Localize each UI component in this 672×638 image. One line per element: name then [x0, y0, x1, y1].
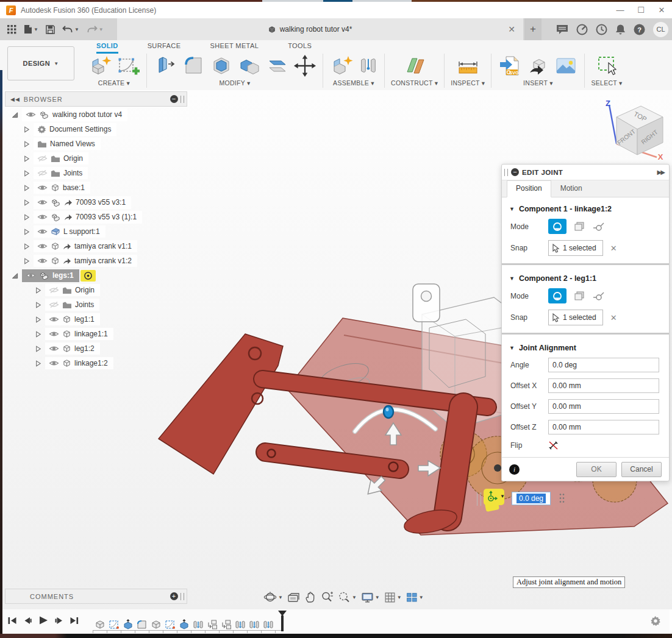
expander-closed-icon[interactable]	[23, 170, 30, 177]
tree-row[interactable]: walking robot tutor v4	[5, 107, 188, 122]
select-box-icon[interactable]	[595, 54, 619, 77]
tab-surface[interactable]: SURFACE	[148, 40, 181, 54]
expander-closed-icon[interactable]	[23, 155, 30, 162]
fillet-icon[interactable]	[181, 54, 206, 77]
tab-tools[interactable]: TOOLS	[288, 40, 312, 54]
tree-item[interactable]: tamiya crank v1:1	[34, 240, 137, 252]
tree-item[interactable]: 70093 v55 v3 (1):1	[34, 211, 142, 224]
tree-item[interactable]: legs:1	[22, 269, 79, 282]
look-at-icon[interactable]	[287, 592, 300, 603]
expander-closed-icon[interactable]	[23, 214, 30, 221]
go-to-end-button[interactable]	[70, 616, 79, 625]
new-component-icon[interactable]	[88, 54, 112, 77]
timeline-feature-joint-icon[interactable]	[261, 619, 275, 630]
mode-between-two-faces-icon[interactable]	[574, 221, 585, 232]
expander-closed-icon[interactable]	[23, 126, 30, 133]
document-tab[interactable]: walking robot tutor v4* ✕	[117, 18, 523, 40]
mode-two-edge-icon[interactable]	[593, 222, 605, 232]
ribbon-group-label[interactable]: INSERT ▾	[523, 79, 553, 87]
expander-closed-icon[interactable]	[23, 229, 30, 235]
timeline-feature-extrude-icon[interactable]	[121, 619, 135, 630]
expander-closed-icon[interactable]	[23, 185, 30, 191]
cancel-button[interactable]: Cancel	[621, 462, 662, 477]
component1-section-header[interactable]: ▼ Component 1 - linkage1:2	[502, 200, 669, 216]
pan-icon[interactable]	[304, 591, 316, 603]
joint-alignment-section-header[interactable]: ▼ Joint Alignment	[502, 339, 669, 355]
tree-row[interactable]: Named Views	[5, 136, 188, 151]
minimize-button[interactable]: —	[610, 3, 631, 18]
component2-snap-clear-icon[interactable]: ✕	[610, 313, 617, 322]
tree-row[interactable]: L support:1	[5, 224, 188, 239]
section-collapse-icon[interactable]: ▼	[509, 345, 515, 351]
orbit-icon[interactable]: ▼	[263, 591, 283, 603]
expander-closed-icon[interactable]	[34, 287, 42, 294]
tree-row[interactable]: tamiya crank v1:2	[5, 253, 188, 268]
expander-closed-icon[interactable]	[34, 360, 42, 367]
timeline-track[interactable]	[93, 630, 283, 633]
mode-simple-button[interactable]	[548, 219, 567, 234]
eye-icon[interactable]	[49, 330, 59, 338]
new-tab-button[interactable]: +	[524, 18, 542, 40]
eye-icon[interactable]	[37, 199, 48, 206]
app-grid-icon[interactable]	[5, 20, 19, 38]
tree-row[interactable]: leg1:1	[5, 312, 188, 327]
move-icon[interactable]	[293, 54, 316, 77]
joint-type-revolute-icon[interactable]	[486, 491, 499, 504]
tree-row[interactable]: linkage1:1	[5, 327, 188, 341]
tree-item[interactable]: leg1:1	[45, 313, 100, 325]
tree-item[interactable]: leg1:2	[45, 342, 100, 355]
shell-icon[interactable]	[209, 54, 234, 77]
tab-solid[interactable]: SOLID	[96, 40, 118, 54]
mini-toolbar-grip-icon[interactable]	[477, 492, 481, 506]
tab-motion[interactable]: Motion	[551, 180, 592, 197]
tree-row[interactable]: leg1:2	[5, 341, 188, 356]
joint-icon[interactable]	[357, 54, 378, 77]
ribbon-group-label[interactable]: CREATE ▾	[98, 79, 130, 87]
timeline-feature-fillet-icon[interactable]	[135, 619, 149, 630]
timeline-feature-copy-icon[interactable]	[219, 619, 233, 630]
tab-sheet-metal[interactable]: SHEET METAL	[210, 40, 259, 54]
tree-row[interactable]: legs:1	[5, 268, 188, 283]
expander-closed-icon[interactable]	[23, 243, 30, 250]
section-collapse-icon[interactable]: ▼	[509, 206, 515, 212]
timeline-feature-body-icon[interactable]	[149, 619, 163, 630]
offset-z-input[interactable]	[548, 420, 659, 434]
feedback-icon[interactable]	[556, 24, 568, 35]
tree-item[interactable]: Joints	[34, 167, 88, 179]
history-clock-icon[interactable]	[596, 24, 607, 35]
canvas-icon[interactable]	[554, 54, 578, 77]
timeline-feature-extrude-icon[interactable]	[177, 619, 191, 630]
maximize-button[interactable]: ☐	[631, 3, 651, 18]
mode-simple-button[interactable]	[548, 288, 567, 303]
viewcube[interactable]: TOP FRONT RIGHT Z X	[595, 97, 671, 163]
save-button[interactable]	[43, 20, 57, 38]
expander-open-icon[interactable]	[11, 272, 19, 279]
expander-open-icon[interactable]	[11, 112, 19, 118]
tree-item[interactable]: linkage1:2	[45, 357, 113, 369]
tree-item[interactable]: linkage1:1	[45, 328, 113, 340]
ribbon-group-label[interactable]: ASSEMBLE ▾	[333, 79, 374, 87]
offset-y-input[interactable]	[548, 399, 659, 414]
timeline-feature-joint-icon[interactable]	[191, 619, 205, 630]
timeline-feature-body-icon[interactable]	[93, 619, 107, 630]
insert-svg-icon[interactable]: SVG	[498, 54, 522, 77]
eye-off-icon[interactable]	[49, 286, 59, 294]
press-pull-icon[interactable]	[153, 54, 177, 77]
undo-button[interactable]: ▼	[60, 20, 82, 38]
expander-closed-icon[interactable]	[34, 316, 42, 323]
flip-icon[interactable]	[548, 441, 559, 450]
joint-angle-input[interactable]: 0.0 deg	[512, 492, 551, 505]
file-menu-button[interactable]: ▼	[21, 20, 41, 38]
expander-closed-icon[interactable]	[23, 199, 30, 206]
section-collapse-icon[interactable]: ▼	[509, 275, 515, 282]
tree-row[interactable]: linkage1:2	[5, 356, 188, 370]
comments-grip-icon[interactable]	[181, 593, 184, 600]
tree-item[interactable]: tamiya crank v1:2	[34, 255, 137, 267]
timeline-feature-joint-icon[interactable]	[233, 619, 247, 630]
tree-row[interactable]: base:1	[5, 180, 188, 195]
eye-icon[interactable]	[49, 345, 59, 352]
workspace-selector[interactable]: DESIGN▼	[7, 46, 74, 80]
component1-snap-clear-icon[interactable]: ✕	[610, 244, 617, 253]
eye-icon[interactable]	[37, 228, 48, 235]
info-icon[interactable]: i	[509, 464, 520, 475]
